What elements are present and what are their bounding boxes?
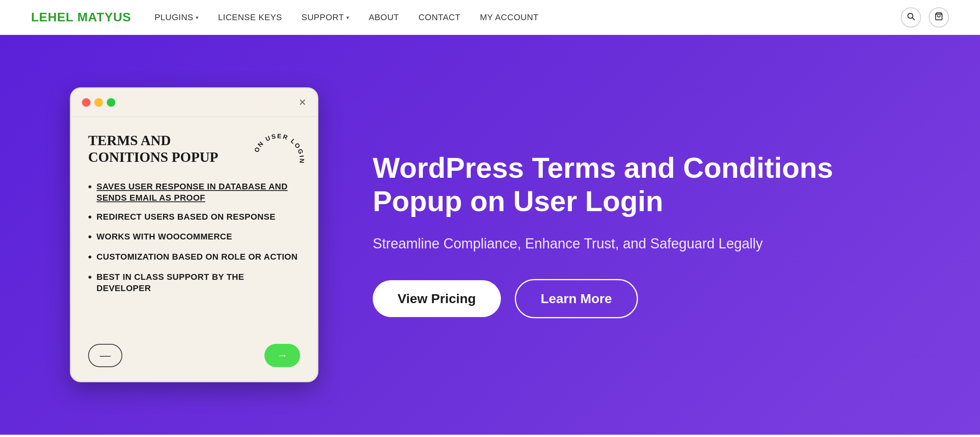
dot-yellow bbox=[94, 98, 103, 107]
svg-text:ON USER LOGIN: ON USER LOGIN bbox=[253, 133, 306, 165]
on-user-login-badge: ON USER LOGIN bbox=[247, 128, 309, 191]
main-nav: PLUGINS ▾ LICENSE KEYS SUPPORT ▾ ABOUT C… bbox=[155, 12, 539, 23]
hero-section: ✕ TERMS AND CONITIONS POPUP ON USER LOGI… bbox=[0, 35, 980, 435]
view-pricing-button[interactable]: View Pricing bbox=[373, 280, 501, 317]
popup-footer: — → bbox=[71, 335, 317, 381]
chevron-down-icon: ▾ bbox=[346, 14, 349, 21]
nav-item-plugins[interactable]: PLUGINS ▾ bbox=[155, 12, 199, 23]
svg-line-1 bbox=[912, 17, 915, 19]
feature-item-4: CUSTOMIZATION BASED ON ROLE OR ACTION bbox=[88, 251, 300, 264]
nav-item-contact[interactable]: CONTACT bbox=[419, 12, 460, 23]
popup-dots bbox=[82, 98, 115, 107]
nav-item-my-account[interactable]: MY ACCOUNT bbox=[480, 12, 539, 23]
site-logo[interactable]: LEHEL MATYUS bbox=[31, 10, 131, 24]
search-button[interactable] bbox=[901, 7, 921, 28]
hero-buttons: View Pricing Learn More bbox=[373, 279, 910, 318]
nav-item-about[interactable]: ABOUT bbox=[368, 12, 399, 23]
popup-illustration: ✕ TERMS AND CONITIONS POPUP ON USER LOGI… bbox=[70, 87, 318, 382]
hero-subtext: Streamline Compliance, Enhance Trust, an… bbox=[373, 233, 910, 254]
popup-close-icon[interactable]: ✕ bbox=[299, 97, 306, 108]
learn-more-button[interactable]: Learn More bbox=[515, 279, 638, 318]
header-left: LEHEL MATYUS PLUGINS ▾ LICENSE KEYS SUPP… bbox=[31, 10, 539, 24]
dot-green-dot bbox=[107, 98, 115, 107]
header-right bbox=[901, 7, 949, 28]
nav-item-support[interactable]: SUPPORT ▾ bbox=[301, 12, 349, 23]
nav-item-license-keys[interactable]: LICENSE KEYS bbox=[218, 12, 282, 23]
popup-arrow-button[interactable]: → bbox=[264, 344, 300, 367]
hero-heading: WordPress Terms and Conditions Popup on … bbox=[373, 151, 910, 217]
feature-item-5: BEST IN CLASS SUPPORT BY THE DEVELOPER bbox=[88, 272, 300, 294]
popup-features-list: SAVES USER RESPONSE IN DATABASE AND SEND… bbox=[88, 181, 300, 294]
cart-icon bbox=[935, 12, 943, 23]
site-header: LEHEL MATYUS PLUGINS ▾ LICENSE KEYS SUPP… bbox=[0, 0, 980, 35]
cart-button[interactable] bbox=[929, 7, 949, 28]
popup-titlebar: ✕ bbox=[71, 88, 317, 117]
popup-title: TERMS AND CONITIONS POPUP bbox=[88, 132, 220, 166]
popup-minus-button[interactable]: — bbox=[88, 344, 122, 367]
chevron-down-icon: ▾ bbox=[196, 14, 199, 21]
hero-content: WordPress Terms and Conditions Popup on … bbox=[373, 151, 910, 318]
popup-body: TERMS AND CONITIONS POPUP ON USER LOGIN … bbox=[71, 117, 317, 335]
dot-red bbox=[82, 98, 90, 107]
feature-item-2: REDIRECT USERS BASED ON RESPONSE bbox=[88, 212, 300, 224]
search-icon bbox=[907, 12, 915, 23]
feature-item-3: WORKS WITH WOOCOMMERCE bbox=[88, 231, 300, 244]
